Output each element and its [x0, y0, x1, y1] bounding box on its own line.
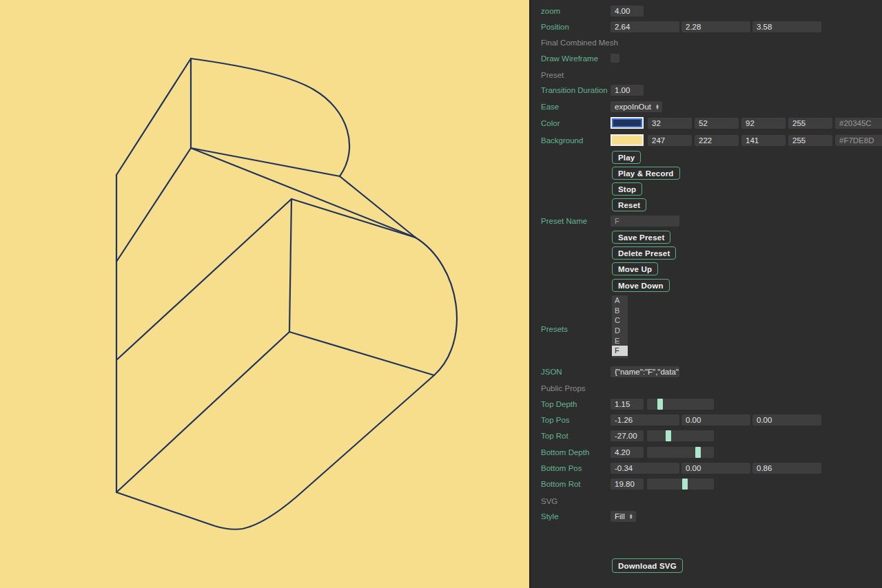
preset-section-label: Preset [541, 70, 564, 81]
top-rot-label: Top Rot [541, 430, 568, 441]
letterform-edge [116, 59, 191, 175]
bottom-rot-input[interactable]: 19.80 [611, 479, 644, 490]
stop-button[interactable]: Stop [612, 182, 642, 196]
download-svg-button[interactable]: Download SVG [612, 558, 683, 573]
style-label: Style [541, 511, 559, 522]
bottom-depth-slider[interactable] [647, 447, 714, 458]
top-pos-label: Top Pos [541, 414, 570, 426]
color-a-input[interactable]: 255 [788, 118, 832, 129]
top-pos-x-input[interactable]: -1.26 [611, 414, 679, 426]
style-select-value: Fill [615, 512, 625, 521]
background-b-input[interactable]: 141 [741, 135, 786, 146]
bottom-pos-y-input[interactable]: 0.00 [681, 463, 750, 474]
zoom-label: zoom [541, 6, 560, 17]
top-depth-label: Top Depth [541, 399, 577, 410]
color-label: Color [541, 118, 560, 129]
position-z-input[interactable]: 3.58 [752, 21, 821, 32]
select-arrows-icon: ▲▼ [655, 104, 659, 109]
position-y-input[interactable]: 2.28 [681, 21, 750, 32]
top-pos-z-input[interactable]: 0.00 [752, 414, 821, 426]
background-hex-input[interactable]: #F7DE8D [835, 135, 882, 146]
preset-item-a[interactable]: A [612, 295, 628, 306]
letter-b-wireframe-drawing [0, 0, 529, 588]
letterform-edge [191, 148, 340, 176]
letterform-edge [191, 148, 416, 238]
json-label: JSON [541, 366, 562, 377]
3d-viewport[interactable] [0, 0, 529, 588]
bottom-pos-z-input[interactable]: 0.86 [752, 463, 821, 474]
bottom-depth-slider-thumb[interactable] [695, 447, 701, 458]
bottom-rot-slider-thumb[interactable] [682, 479, 688, 490]
bottom-pos-x-input[interactable]: -0.34 [611, 463, 679, 474]
presets-label: Presets [541, 324, 568, 335]
final-mesh-section-label: Final Combined Mesh [541, 37, 618, 48]
background-swatch[interactable] [611, 134, 644, 146]
bottom-depth-label: Bottom Depth [541, 447, 589, 458]
letterform-edge [291, 199, 416, 238]
background-label: Background [541, 135, 583, 146]
ease-label: Ease [541, 101, 559, 112]
draw-wireframe-label: Draw Wireframe [541, 53, 598, 64]
app-window: zoom 4.00 Position 2.64 2.28 3.58 Final … [0, 0, 882, 588]
top-rot-slider[interactable] [647, 430, 714, 441]
save-preset-button[interactable]: Save Preset [612, 231, 670, 244]
public-props-section-label: Public Props [541, 383, 586, 394]
letterform-edge [191, 59, 349, 176]
move-up-button[interactable]: Move Up [612, 262, 658, 275]
style-select[interactable]: Fill ▲▼ [611, 511, 636, 522]
play-record-button[interactable]: Play & Record [612, 167, 680, 180]
move-down-button[interactable]: Move Down [612, 279, 670, 292]
bottom-depth-input[interactable]: 4.20 [611, 447, 644, 458]
bottom-pos-label: Bottom Pos [541, 463, 582, 474]
letterform-edge [289, 332, 434, 375]
play-button[interactable]: Play [612, 151, 641, 164]
zoom-input[interactable]: 4.00 [611, 6, 644, 17]
control-panel: zoom 4.00 Position 2.64 2.28 3.58 Final … [529, 0, 882, 588]
json-input-value: {"name":"F","data":[{ [615, 368, 679, 376]
letterform-edge [340, 176, 416, 238]
color-b-input[interactable]: 92 [741, 118, 786, 129]
letterform-edges [116, 59, 457, 529]
delete-preset-button[interactable]: Delete Preset [612, 246, 676, 260]
background-g-input[interactable]: 222 [695, 135, 739, 146]
preset-item-d[interactable]: D [612, 326, 628, 336]
background-r-input[interactable]: 247 [648, 135, 692, 146]
top-pos-y-input[interactable]: 0.00 [681, 414, 750, 426]
position-x-input[interactable]: 2.64 [611, 21, 679, 32]
bottom-rot-label: Bottom Rot [541, 479, 581, 490]
top-depth-input[interactable]: 1.15 [611, 399, 644, 410]
letterform-edge [116, 332, 289, 492]
letterform-edge [416, 238, 457, 375]
color-swatch[interactable] [611, 117, 644, 129]
transition-duration-label: Transition Duration [541, 85, 608, 96]
ease-select[interactable]: expoInOut ▲▼ [611, 101, 662, 112]
color-r-input[interactable]: 32 [648, 118, 692, 129]
presets-listbox[interactable]: ABCDEFAB [612, 295, 628, 358]
top-depth-slider[interactable] [647, 399, 714, 410]
preset-name-label: Preset Name [541, 216, 587, 227]
preset-item-e[interactable]: E [612, 335, 628, 346]
background-a-input[interactable]: 255 [788, 135, 832, 146]
bottom-rot-slider[interactable] [647, 479, 714, 490]
top-rot-input[interactable]: -27.00 [611, 430, 644, 441]
reset-button[interactable]: Reset [612, 198, 646, 211]
top-rot-slider-thumb[interactable] [666, 430, 671, 441]
select-arrows-icon: ▲▼ [629, 514, 633, 519]
svg-section-label: SVG [541, 496, 557, 507]
preset-item-ab[interactable]: AB [612, 356, 628, 358]
json-input[interactable]: {"name":"F","data":[{ [611, 366, 679, 377]
top-depth-slider-thumb[interactable] [657, 399, 663, 410]
letterform-edge [289, 199, 291, 332]
preset-name-input[interactable]: F [611, 216, 679, 227]
draw-wireframe-checkbox[interactable] [611, 54, 619, 63]
color-hex-input[interactable]: #20345C [835, 118, 882, 129]
ease-select-value: expoInOut [615, 103, 651, 111]
preset-item-f[interactable]: F [612, 346, 628, 356]
letterform-edge [116, 148, 191, 262]
transition-duration-input[interactable]: 1.00 [611, 85, 644, 96]
color-g-input[interactable]: 52 [695, 118, 739, 129]
position-label: Position [541, 21, 569, 32]
preset-item-b[interactable]: B [612, 306, 628, 316]
preset-item-c[interactable]: C [612, 315, 628, 326]
letterform-edge [116, 375, 434, 529]
